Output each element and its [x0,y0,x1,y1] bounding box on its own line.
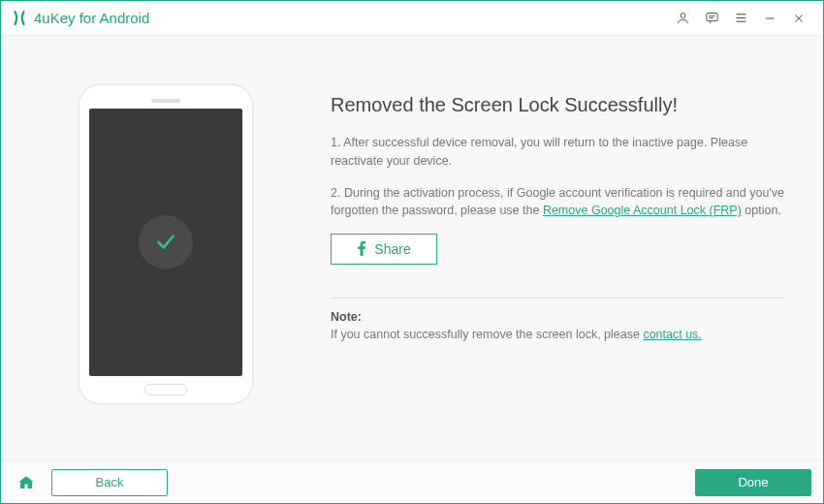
svg-rect-1 [706,14,716,21]
note-label: Note: [331,310,784,324]
success-check-icon [139,215,193,269]
back-button[interactable]: Back [51,469,168,496]
footer-bar: Back Done [1,460,823,503]
contact-us-link[interactable]: contact us. [643,328,701,341]
instruction-2: 2. During the activation process, if Goo… [331,184,784,221]
minimize-button[interactable] [755,4,784,33]
done-button[interactable]: Done [695,469,811,496]
feedback-icon[interactable] [697,4,726,33]
app-logo: 4uKey for Android [11,10,149,27]
phone-illustration-column [40,65,292,451]
share-button-label: Share [374,241,410,257]
titlebar: 4uKey for Android [1,1,823,36]
svg-point-0 [681,14,685,18]
account-icon[interactable] [668,4,697,33]
facebook-icon [357,240,366,259]
home-button[interactable] [13,469,40,496]
instruction-1: 1. After successful device removal, you … [331,134,784,171]
phone-illustration [79,84,253,404]
page-title: Removed the Screen Lock Successfully! [331,94,784,116]
phone-speaker [151,99,180,103]
note-text-prefix: If you cannot successfully remove the sc… [331,328,643,341]
main-content: Removed the Screen Lock Successfully! 1.… [1,36,823,460]
note-text: If you cannot successfully remove the sc… [331,328,784,341]
instruction-2-suffix: option. [742,204,781,217]
menu-icon[interactable] [726,4,755,33]
phone-screen [89,109,242,376]
app-title: 4uKey for Android [34,10,149,26]
remove-frp-link[interactable]: Remove Google Account Lock (FRP) [543,204,742,217]
divider [331,298,784,299]
phone-home-button [144,384,187,395]
app-logo-icon [11,10,28,27]
app-window: 4uKey for Android [0,0,824,504]
close-button[interactable] [784,4,813,33]
share-button[interactable]: Share [331,234,437,265]
result-text-column: Removed the Screen Lock Successfully! 1.… [331,65,784,451]
